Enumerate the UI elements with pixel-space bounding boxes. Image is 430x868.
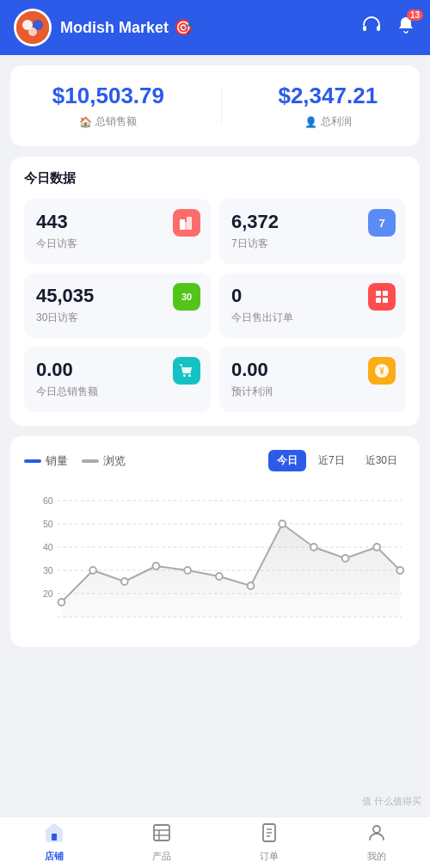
line-chart: 60 50 40 30 20 bbox=[24, 483, 406, 638]
headset-button[interactable] bbox=[361, 15, 382, 40]
total-profit-label: 👤 总利润 bbox=[304, 114, 352, 129]
total-sales-item: $10,503.79 🏠 总销售额 bbox=[52, 83, 164, 129]
stat-label-1: 7日访客 bbox=[231, 237, 394, 251]
stat-projected-profit: 0.00 预计利润 ¥ bbox=[219, 347, 406, 412]
nav-item-profile[interactable]: 我的 bbox=[322, 822, 430, 863]
chart-legend: 销量 浏览 bbox=[24, 453, 126, 469]
svg-point-39 bbox=[373, 544, 380, 551]
logo bbox=[14, 9, 52, 46]
nav-item-store[interactable]: 店铺 bbox=[0, 822, 108, 863]
stat-label-0: 今日访客 bbox=[36, 237, 199, 251]
svg-point-31 bbox=[121, 578, 128, 585]
nav-label-profile: 我的 bbox=[367, 850, 386, 863]
svg-rect-9 bbox=[376, 291, 381, 296]
watermark: 值 什么值得买 bbox=[362, 795, 421, 808]
stat-today-visitors: 443 今日访客 bbox=[24, 199, 211, 264]
nav-label-store: 店铺 bbox=[45, 850, 64, 863]
svg-point-36 bbox=[279, 520, 286, 527]
summary-card: $10,503.79 🏠 总销售额 $2,347.21 👤 总利润 bbox=[10, 65, 420, 146]
svg-point-32 bbox=[153, 563, 160, 569]
svg-point-13 bbox=[183, 374, 186, 377]
logo-inner bbox=[16, 11, 49, 44]
header: Modish Market 🎯 13 bbox=[0, 0, 430, 55]
svg-rect-10 bbox=[383, 291, 388, 296]
orders-nav-icon bbox=[259, 822, 280, 848]
stat-label-5: 预计利润 bbox=[231, 385, 394, 399]
total-sales-amount: $10,503.79 bbox=[52, 83, 164, 109]
header-title: Modish Market 🎯 bbox=[60, 18, 193, 37]
svg-point-35 bbox=[248, 582, 255, 589]
profile-nav-icon bbox=[366, 822, 387, 848]
svg-point-33 bbox=[184, 567, 191, 574]
nav-item-products[interactable]: 产品 bbox=[108, 822, 215, 863]
header-icons: 13 bbox=[361, 15, 416, 40]
stat-icon-0 bbox=[173, 209, 200, 237]
time-tab-today[interactable]: 今日 bbox=[268, 450, 306, 471]
time-tabs: 今日 近7日 近30日 bbox=[268, 450, 406, 471]
svg-rect-5 bbox=[377, 26, 380, 31]
target-emoji: 🎯 bbox=[174, 18, 193, 37]
notification-button[interactable]: 13 bbox=[396, 15, 416, 40]
stats-grid: 443 今日访客 6,372 7日访客 7 bbox=[24, 199, 406, 412]
stat-label-4: 今日总销售额 bbox=[36, 385, 199, 399]
stat-icon-4 bbox=[173, 357, 200, 385]
notification-badge: 13 bbox=[407, 9, 423, 21]
svg-text:60: 60 bbox=[43, 496, 53, 506]
store-nav-icon bbox=[44, 822, 64, 848]
stat-today-sales: 0.00 今日总销售额 bbox=[24, 347, 211, 412]
today-section-title: 今日数据 bbox=[24, 170, 406, 187]
svg-text:20: 20 bbox=[43, 588, 53, 599]
stat-label-2: 30日访客 bbox=[36, 311, 199, 325]
main-content: Modish Market 🎯 13 $1 bbox=[0, 0, 430, 707]
svg-point-14 bbox=[188, 374, 191, 377]
nav-label-products: 产品 bbox=[152, 850, 171, 863]
svg-point-50 bbox=[373, 826, 380, 833]
svg-point-38 bbox=[342, 555, 349, 562]
svg-text:¥: ¥ bbox=[379, 366, 384, 376]
svg-text:30: 30 bbox=[43, 565, 53, 576]
shop-icon: 🏠 bbox=[79, 116, 92, 128]
legend-dot-browse bbox=[82, 459, 99, 463]
stat-icon-2: 30 bbox=[173, 283, 200, 311]
svg-point-34 bbox=[216, 573, 223, 580]
svg-point-40 bbox=[396, 567, 403, 574]
svg-point-3 bbox=[28, 28, 37, 36]
today-section: 今日数据 443 今日访客 6,372 7日访客 7 bbox=[10, 157, 420, 426]
stat-label-3: 今日售出订单 bbox=[231, 311, 394, 325]
nav-item-orders[interactable]: 订单 bbox=[215, 822, 322, 863]
time-tab-30days[interactable]: 近30日 bbox=[357, 450, 406, 471]
time-tab-7days[interactable]: 近7日 bbox=[310, 450, 353, 471]
total-sales-label: 🏠 总销售额 bbox=[79, 114, 137, 129]
stat-7day-visitors: 6,372 7日访客 7 bbox=[219, 199, 406, 264]
legend-dot-sales bbox=[24, 459, 41, 463]
nav-label-orders: 订单 bbox=[260, 850, 279, 863]
svg-text:40: 40 bbox=[43, 542, 53, 552]
products-nav-icon bbox=[151, 822, 172, 848]
stat-icon-5: ¥ bbox=[368, 357, 396, 385]
stat-30day-visitors: 45,035 30日访客 30 bbox=[24, 273, 211, 338]
stat-icon-1: 7 bbox=[368, 209, 396, 237]
svg-rect-42 bbox=[154, 825, 169, 840]
bottom-nav: 店铺 产品 订单 bbox=[0, 816, 430, 868]
svg-rect-8 bbox=[183, 222, 187, 230]
svg-rect-7 bbox=[187, 217, 192, 230]
svg-rect-41 bbox=[52, 834, 57, 840]
svg-rect-12 bbox=[383, 298, 388, 303]
header-left: Modish Market 🎯 bbox=[14, 9, 193, 46]
chart-section: 销量 浏览 今日 近7日 近30日 bbox=[10, 436, 420, 647]
legend-browse: 浏览 bbox=[82, 453, 126, 469]
profit-icon: 👤 bbox=[304, 116, 317, 128]
svg-point-29 bbox=[58, 599, 65, 606]
svg-rect-4 bbox=[363, 26, 366, 31]
summary-divider bbox=[221, 89, 222, 123]
total-profit-amount: $2,347.21 bbox=[278, 83, 378, 109]
svg-text:50: 50 bbox=[43, 519, 53, 529]
svg-rect-11 bbox=[376, 298, 381, 303]
stat-icon-3 bbox=[368, 283, 396, 311]
svg-point-37 bbox=[310, 544, 317, 551]
chart-wrapper: 60 50 40 30 20 bbox=[24, 483, 406, 638]
total-profit-item: $2,347.21 👤 总利润 bbox=[278, 83, 378, 129]
legend-sales: 销量 bbox=[24, 453, 68, 469]
stat-today-orders: 0 今日售出订单 bbox=[219, 273, 406, 338]
svg-point-30 bbox=[89, 567, 96, 574]
